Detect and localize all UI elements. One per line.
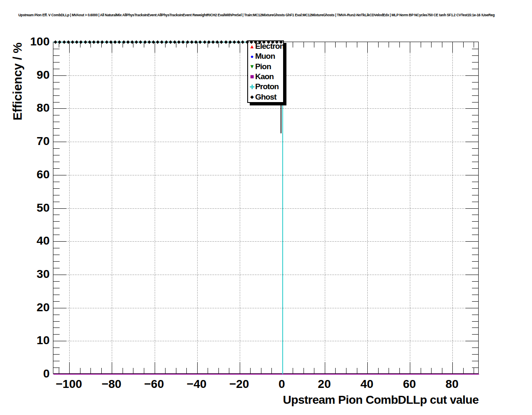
y-axis-tick xyxy=(53,228,60,228)
ghost-marker xyxy=(190,40,193,44)
y-axis-tick xyxy=(472,82,478,82)
x-axis-tick xyxy=(357,42,357,48)
y-axis-tick xyxy=(472,188,478,189)
y-axis-tick xyxy=(53,255,60,255)
x-axis-tick xyxy=(325,42,325,53)
legend-entry-proton: ✚Proton xyxy=(248,82,283,92)
legend-entry-label: Ghost xyxy=(255,92,276,102)
cross-icon: ✚ xyxy=(249,84,255,90)
x-axis-tick xyxy=(123,368,123,373)
y-axis-tick xyxy=(53,275,66,275)
x-axis-tick xyxy=(112,362,112,373)
x-axis-tick xyxy=(80,368,80,373)
x-axis-tick xyxy=(112,42,112,53)
ghost-marker xyxy=(83,40,87,44)
x-axis-tick xyxy=(314,42,314,48)
y-axis-tick xyxy=(53,75,66,76)
ghost-marker xyxy=(126,40,129,44)
y-axis-tick xyxy=(472,361,478,361)
y-tick-label: 80 xyxy=(0,102,50,114)
y-axis-tick xyxy=(472,301,478,302)
ghost-marker xyxy=(96,40,100,44)
x-axis-tick xyxy=(59,368,59,373)
y-axis-tick xyxy=(472,281,478,282)
x-axis-tick xyxy=(410,362,410,373)
ghost-marker xyxy=(198,40,202,44)
x-axis-tick xyxy=(293,42,293,48)
y-axis-tick xyxy=(472,202,478,202)
x-axis-tick xyxy=(240,362,240,373)
square-icon: ■ xyxy=(249,73,255,80)
y-axis-tick xyxy=(472,328,478,328)
y-axis-tick xyxy=(53,248,60,248)
y-axis-tick xyxy=(472,122,478,122)
y-tick-label: 60 xyxy=(0,169,50,180)
ghost-marker xyxy=(139,40,142,44)
y-axis-tick xyxy=(53,55,60,56)
x-axis-tick xyxy=(133,368,133,373)
ghost-marker xyxy=(92,40,95,44)
y-axis-tick xyxy=(465,341,478,341)
x-axis-tick xyxy=(367,362,368,373)
y-axis-tick xyxy=(472,248,478,248)
x-axis-tick xyxy=(176,42,176,48)
ghost-marker xyxy=(181,40,185,44)
x-axis-tick xyxy=(474,368,474,373)
y-axis-tick xyxy=(472,102,478,102)
x-gridline xyxy=(452,42,453,373)
y-axis-tick xyxy=(472,148,478,149)
y-axis-tick xyxy=(472,128,478,129)
y-axis-tick xyxy=(53,334,60,335)
x-axis-tick xyxy=(474,42,474,48)
x-axis-tick xyxy=(378,42,379,48)
y-axis-tick xyxy=(53,128,60,129)
y-axis-tick xyxy=(53,82,60,82)
y-axis-tick xyxy=(472,135,478,135)
y-gridline xyxy=(53,142,478,142)
y-gridline xyxy=(53,308,478,308)
y-axis-tick xyxy=(472,95,478,96)
legend-entry-label: Proton xyxy=(255,82,279,91)
legend-entry-label: Muon xyxy=(255,52,275,61)
x-axis-tick xyxy=(250,368,251,373)
x-axis-tick xyxy=(442,42,442,48)
x-axis-tick xyxy=(261,368,261,373)
x-axis-tick xyxy=(335,42,336,48)
y-axis-tick xyxy=(472,295,478,295)
ghost-marker xyxy=(160,40,163,44)
y-gridline xyxy=(53,175,478,175)
y-axis-tick xyxy=(53,175,66,175)
x-axis-tick xyxy=(399,368,400,373)
y-axis-tick xyxy=(53,102,60,102)
triangle-down-icon: ▼ xyxy=(249,64,255,69)
y-axis-tick xyxy=(472,155,478,155)
y-axis-tick xyxy=(53,155,60,155)
y-axis-tick xyxy=(53,135,60,135)
y-axis-tick xyxy=(472,115,478,115)
x-axis-tick xyxy=(155,42,155,53)
x-gridline xyxy=(325,42,325,373)
y-tick-label: 10 xyxy=(0,335,50,346)
x-axis-tick xyxy=(271,368,272,373)
y-axis-tick xyxy=(53,261,60,262)
kaon-series-line xyxy=(53,374,479,375)
x-tick-label: 80 xyxy=(427,378,477,390)
y-tick-label: 40 xyxy=(0,235,50,247)
y-axis-tick xyxy=(472,182,478,182)
y-axis-tick xyxy=(53,188,60,189)
y-axis-tick xyxy=(53,49,60,49)
x-axis-tick xyxy=(186,368,187,373)
y-axis-tick xyxy=(472,162,478,162)
y-axis-tick xyxy=(472,315,478,315)
y-axis-tick xyxy=(472,348,478,348)
y-axis-tick xyxy=(53,235,60,235)
y-axis-tick xyxy=(53,368,60,368)
ghost-marker xyxy=(233,40,236,44)
y-tick-label: 50 xyxy=(0,202,50,214)
ghost-marker xyxy=(113,40,117,44)
y-axis-tick xyxy=(53,221,60,222)
y-axis-tick xyxy=(472,168,478,169)
y-axis-tick xyxy=(472,321,478,322)
y-axis-tick xyxy=(472,268,478,268)
x-axis-tick xyxy=(144,368,144,373)
